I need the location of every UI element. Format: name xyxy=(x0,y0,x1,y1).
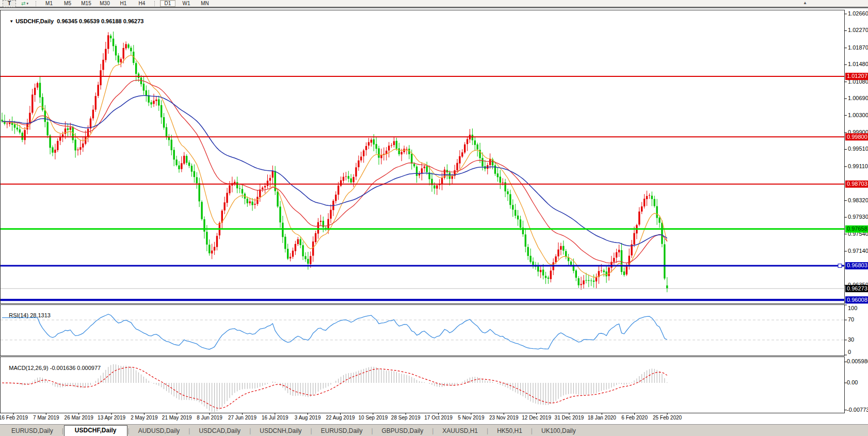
macd-layer xyxy=(2,364,667,412)
y-tick-label: 1.00690 xyxy=(848,95,868,101)
price-line-label: 1.01207 xyxy=(847,73,867,79)
date-label: 26 Mar 2019 xyxy=(65,415,94,421)
date-label: 17 Oct 2019 xyxy=(424,415,453,421)
current-price-label: 0.96273 xyxy=(847,285,867,292)
hlines-layer xyxy=(1,76,844,300)
date-label: 8 Jun 2019 xyxy=(197,415,222,421)
price-line-label: 0.97658 xyxy=(847,225,867,232)
date-label: 10 Sep 2019 xyxy=(358,415,388,421)
timeframe-button-M30[interactable]: M30 xyxy=(97,0,112,7)
y-tick-label: 1.01870 xyxy=(848,44,868,51)
y-tick-label: 1.02660 xyxy=(848,10,868,17)
date-label: 31 Dec 2019 xyxy=(555,415,584,421)
timeframe-button-MN[interactable]: MN xyxy=(197,0,213,7)
timeframe-button-W1[interactable]: W1 xyxy=(179,0,194,7)
date-label: 3 Aug 2019 xyxy=(295,415,321,421)
tab-xauusd-h1[interactable]: XAUUSD,H1 xyxy=(434,426,486,436)
y-tick-label: 1.00300 xyxy=(848,112,868,118)
ma-mid-line xyxy=(2,80,667,263)
y-tick-label: 0.97140 xyxy=(848,248,868,254)
pane-border xyxy=(1,357,845,413)
price-line-label: 0.99800 xyxy=(847,134,867,140)
tab-usdcad-daily[interactable]: USDCAD,Daily xyxy=(190,426,249,436)
toolbar-separator xyxy=(154,1,155,6)
tab-eurusd-daily[interactable]: EURUSD,Daily xyxy=(313,426,371,436)
macd-axis: 0.0059860.00-0.007737 xyxy=(844,358,868,412)
date-label: 21 May 2019 xyxy=(162,415,192,421)
date-label: 5 Nov 2019 xyxy=(458,415,485,421)
date-label: 6 Feb 2020 xyxy=(621,415,648,421)
rsi-axis: 10070300 xyxy=(844,305,857,355)
chart-area[interactable]: 1.026601.022701.018701.014801.010801.006… xyxy=(0,8,868,424)
date-label: 16 Feb 2019 xyxy=(0,415,28,421)
rsi-line xyxy=(2,314,667,349)
tab-usdcnh-daily[interactable]: USDCNH,Daily xyxy=(251,426,310,436)
date-label: 23 Nov 2019 xyxy=(489,415,519,421)
y-tick-label: 0.98320 xyxy=(848,197,868,203)
pane-border xyxy=(1,10,845,304)
price-line-label: 0.98703 xyxy=(847,181,867,187)
timeframe-button-M5[interactable]: M5 xyxy=(60,0,75,7)
macd-tick-label: 0.005986 xyxy=(847,358,868,364)
line-drag-handle[interactable] xyxy=(838,264,842,268)
date-label: 2 May 2019 xyxy=(131,415,158,421)
date-label: 25 Feb 2020 xyxy=(653,415,682,421)
candles-layer xyxy=(1,31,668,292)
shuffle-icon: ⇄ xyxy=(21,1,25,6)
rsi-tick-label: 100 xyxy=(848,305,857,311)
macd-tick-label: -0.007737 xyxy=(847,407,868,413)
date-label: 22 Aug 2019 xyxy=(326,415,355,421)
timeframe-button-H1[interactable]: H1 xyxy=(116,0,131,7)
date-label: 7 Mar 2019 xyxy=(33,415,59,421)
ma-slow-line xyxy=(2,95,667,246)
price-chart-svg[interactable]: 1.026601.022701.018701.014801.010801.006… xyxy=(0,8,868,424)
price-axis: 1.026601.022701.018701.014801.010801.006… xyxy=(844,10,868,304)
rsi-tick-label: 70 xyxy=(848,316,854,322)
symbol-tab-bar: EURUSD,Daily|USDCHF,Daily|AUDUSD,Daily|U… xyxy=(0,424,868,436)
y-tick-label: 0.97930 xyxy=(848,214,868,220)
text-tool-button[interactable]: T xyxy=(3,0,16,7)
y-tick-label: 1.01480 xyxy=(848,61,868,67)
rsi-layer xyxy=(1,314,844,349)
macd-tick-label: 0.00 xyxy=(847,379,858,385)
date-label: 16 Jul 2019 xyxy=(262,415,288,421)
tab-hk50-h1[interactable]: HK50,H1 xyxy=(489,426,531,436)
toolbar: T ⇄ ▾ M1M5M15M30H1H4D1W1MN ▲ xyxy=(0,0,868,8)
timeframe-button-D1[interactable]: D1 xyxy=(160,0,175,7)
y-tick-label: 0.99110 xyxy=(848,163,868,169)
timeframe-button-H4[interactable]: H4 xyxy=(134,0,150,7)
tab-eurusd-daily[interactable]: EURUSD,Daily xyxy=(3,426,61,436)
tab-usdchf-daily[interactable]: USDCHF,Daily xyxy=(64,425,127,436)
rsi-tick-label: 30 xyxy=(848,336,854,343)
date-label: 12 Dec 2019 xyxy=(522,415,551,421)
scroll-marker-icon: ▲ xyxy=(803,1,807,5)
price-line-label: 0.96008 xyxy=(847,297,867,303)
chevron-down-icon: ▾ xyxy=(26,1,28,6)
price-line-label: 0.96803 xyxy=(847,262,867,268)
tab-audusd-daily[interactable]: AUDUSD,Daily xyxy=(130,426,188,436)
timeframe-button-M15[interactable]: M15 xyxy=(78,0,94,7)
date-label: 13 Apr 2019 xyxy=(98,415,125,421)
rsi-tick-label: 0 xyxy=(848,349,851,355)
chart-cycle-button[interactable]: ⇄ ▾ xyxy=(18,0,31,7)
date-label: 28 Sep 2019 xyxy=(391,415,421,421)
date-axis: 16 Feb 20197 Mar 201926 Mar 201913 Apr 2… xyxy=(0,413,682,421)
ma-fast-line xyxy=(2,55,667,277)
tab-uk100-daily[interactable]: UK100,Daily xyxy=(533,426,584,436)
pane-border xyxy=(1,305,845,356)
date-label: 18 Jan 2020 xyxy=(588,415,616,421)
tab-gbpusd-daily[interactable]: GBPUSD,Daily xyxy=(374,426,432,436)
timeframe-toolbar: M1M5M15M30H1H4D1W1MN xyxy=(40,0,214,7)
date-label: 27 Jun 2019 xyxy=(228,415,256,421)
toolbar-separator xyxy=(36,1,37,6)
y-tick-label: 1.02270 xyxy=(848,27,868,33)
y-tick-label: 0.99510 xyxy=(848,146,868,152)
macd-signal-line xyxy=(2,367,667,409)
timeframe-button-M1[interactable]: M1 xyxy=(41,0,57,7)
